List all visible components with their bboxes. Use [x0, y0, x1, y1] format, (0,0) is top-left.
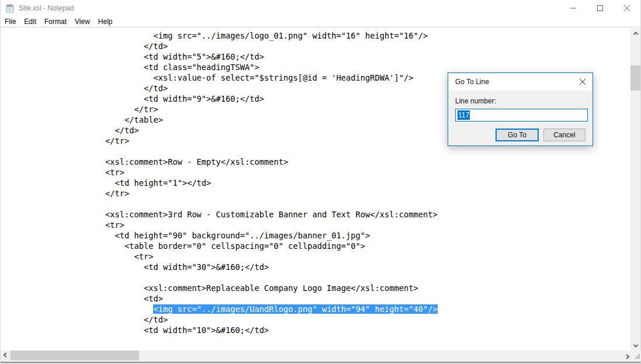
chevron-left-icon [3, 352, 8, 357]
line-number-input[interactable]: 117 [455, 109, 588, 122]
dialog-buttons: Go To Cancel [455, 129, 585, 141]
maximize-icon [597, 5, 603, 11]
chevron-up-icon [633, 32, 637, 36]
horizontal-scrollbar-thumb[interactable] [11, 351, 139, 360]
maximize-button[interactable] [587, 0, 614, 16]
title-bar: Site.xsl - Notepad [1, 0, 640, 16]
code-line: <tr> [4, 220, 630, 230]
code-line: <img src="../images/UandRlogo.png" width… [4, 304, 630, 314]
menu-item-help[interactable]: Help [94, 16, 117, 27]
scroll-left-button[interactable] [1, 351, 11, 360]
cancel-button[interactable]: Cancel [543, 129, 585, 141]
code-line: <tr> [4, 167, 630, 178]
scroll-down-button[interactable] [630, 341, 640, 351]
code-line: <td width="30">&#160;</td> [4, 262, 630, 272]
code-line: <img src="../images/logo_01.png" width="… [4, 30, 630, 41]
code-line: </td> [4, 314, 630, 325]
code-line: <xsl:comment>Replaceable Company Logo Im… [4, 283, 630, 293]
code-line: <td class="headingTSWA"> [4, 62, 630, 72]
code-line: </tr> [4, 188, 630, 199]
menu-item-edit[interactable]: Edit [20, 16, 40, 27]
code-line: <td> [4, 293, 630, 304]
code-line: <td width="5">&#160;</td> [4, 51, 630, 62]
code-line: </td> [4, 41, 630, 51]
menu-item-format[interactable]: Format [40, 16, 71, 27]
window-title: Site.xsl - Notepad [19, 4, 74, 12]
selected-text: <img src="../images/UandRlogo.png" width… [153, 304, 437, 314]
dialog-title-bar[interactable]: Go To Line [448, 73, 593, 91]
dialog-body: Line number: 117 Go To Cancel [448, 91, 593, 141]
resize-grip-icon[interactable] [634, 353, 640, 359]
code-line: <xsl:comment>Row - Empty</xsl:comment> [4, 157, 630, 167]
menu-item-view[interactable]: View [71, 16, 94, 27]
close-button[interactable] [614, 0, 640, 16]
input-selected-text: 117 [458, 110, 470, 120]
code-line [4, 199, 630, 209]
horizontal-scrollbar[interactable] [1, 351, 632, 360]
scroll-up-button[interactable] [630, 28, 640, 38]
minimize-button[interactable] [560, 0, 587, 16]
vertical-scrollbar-thumb[interactable] [630, 65, 640, 91]
code-line: <td height="1"></td> [4, 178, 630, 188]
minimize-icon [570, 5, 576, 11]
scrollbar-corner [632, 351, 641, 360]
code-line: <table border="0" cellspacing="0" cellpa… [4, 241, 630, 251]
close-icon [580, 79, 585, 85]
close-icon [624, 5, 630, 11]
code-line [4, 272, 630, 283]
notepad-icon [5, 4, 15, 13]
goto-line-dialog: Go To Line Line number: 117 Go To Cancel [448, 72, 593, 146]
chevron-right-icon [624, 354, 629, 359]
caption-buttons [560, 0, 640, 16]
notepad-window: Site.xsl - Notepad File Edit [0, 0, 641, 364]
menu-bar: File Edit Format View Help [1, 16, 640, 27]
dialog-close-button[interactable] [573, 73, 593, 91]
chevron-down-icon [633, 342, 637, 347]
dialog-title: Go To Line [448, 78, 573, 86]
window-bottom-border [1, 360, 640, 364]
code-line [4, 146, 630, 157]
menu-item-file[interactable]: File [1, 16, 20, 27]
code-line: <td height="90" background="../images/ba… [4, 230, 630, 241]
code-line: <tr> [4, 251, 630, 262]
vertical-scrollbar[interactable] [630, 28, 640, 351]
code-line: <xsl:comment>3rd Row - Customizable Bann… [4, 209, 630, 220]
goto-button[interactable]: Go To [496, 129, 539, 141]
line-number-label: Line number: [455, 97, 585, 105]
code-line: <td width="10">&#160;</td> [4, 325, 630, 335]
scroll-right-button[interactable] [622, 351, 632, 360]
